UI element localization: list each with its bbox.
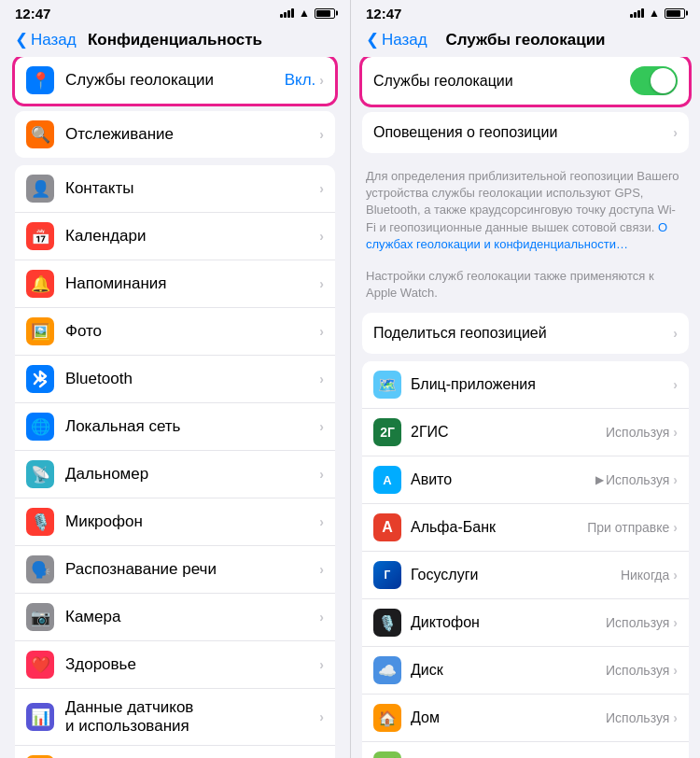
disk-icon: ☁️ bbox=[373, 656, 401, 684]
disk-item[interactable]: ☁️ Диск Используя › bbox=[362, 647, 689, 695]
home-item[interactable]: 🏠 Дом Используя › bbox=[362, 695, 689, 742]
chevron-icon: › bbox=[673, 326, 678, 341]
health-item[interactable]: ❤️ Здоровье › bbox=[15, 641, 335, 689]
signal-icon bbox=[630, 8, 644, 18]
calendars-item[interactable]: 📅 Календари › bbox=[15, 213, 335, 260]
share-location-item[interactable]: Поделиться геопозицией › bbox=[362, 313, 689, 354]
blic-app-item[interactable]: 🗺️ Блиц-приложения › bbox=[362, 361, 689, 409]
chevron-icon: › bbox=[319, 372, 324, 386]
camera-icon: 📷 bbox=[26, 603, 54, 631]
avito-value: Используя bbox=[606, 472, 669, 487]
sensors-label-wrap: Данные датчиков и использования bbox=[65, 698, 319, 736]
dictophone-label: Диктофон bbox=[411, 614, 606, 631]
reminders-item[interactable]: 🔔 Напоминания › bbox=[15, 260, 335, 308]
local-network-label: Локальная сеть bbox=[65, 417, 319, 436]
dictophone-icon: 🎙️ bbox=[373, 609, 401, 637]
homekit-item[interactable]: 🏠 HomeKit › bbox=[15, 746, 335, 758]
photos-item[interactable]: 🖼️ Фото › bbox=[15, 308, 335, 356]
right-status-bar: 12:47 ▲ bbox=[351, 0, 700, 26]
right-back-label: Назад bbox=[382, 31, 427, 49]
left-status-bar: 12:47 ▲ bbox=[0, 0, 350, 26]
left-back-button[interactable]: ❮ Назад bbox=[15, 30, 77, 49]
sensors-label-line1: Данные датчиков bbox=[65, 698, 319, 717]
chevron-left-icon: ❮ bbox=[15, 30, 28, 49]
chevron-icon: › bbox=[673, 615, 678, 630]
right-nav-title: Службы геолокации bbox=[445, 31, 605, 49]
avito-item[interactable]: А Авито ▶ Используя › bbox=[362, 456, 689, 504]
chevron-left-icon: ❮ bbox=[366, 30, 379, 49]
right-location-highlighted: Службы геолокации bbox=[362, 57, 689, 105]
photos-label: Фото bbox=[65, 322, 319, 341]
speech-recognition-label: Распознавание речи bbox=[65, 560, 319, 579]
calendars-label: Календари bbox=[65, 227, 319, 246]
app-list-group: 🗺️ Блиц-приложения › 2Г 2ГИС Используя ›… bbox=[362, 361, 689, 758]
wifi-icon: ▲ bbox=[299, 7, 310, 20]
camera-item[interactable]: 📷 Камера › bbox=[15, 594, 335, 641]
wifi-icon: ▲ bbox=[649, 7, 660, 20]
alfabank-label: Альфа-Банк bbox=[411, 519, 587, 536]
left-nav-title: Конфиденциальность bbox=[88, 31, 262, 49]
chevron-icon: › bbox=[319, 562, 324, 577]
alfabank-icon: А bbox=[373, 513, 401, 541]
edadil-icon: 🌿 bbox=[373, 751, 401, 758]
main-group: 👤 Контакты › 📅 Календари › 🔔 Напоминания… bbox=[15, 165, 335, 758]
location-value: Вкл. bbox=[285, 71, 316, 90]
gosuslugi-label: Госуслуги bbox=[411, 567, 621, 583]
gosuslugi-item[interactable]: Г Госуслуги Никогда › bbox=[362, 552, 689, 599]
photos-icon: 🖼️ bbox=[26, 317, 54, 345]
main-section: 👤 Контакты › 📅 Календари › 🔔 Напоминания… bbox=[0, 165, 350, 758]
local-network-item[interactable]: 🌐 Локальная сеть › bbox=[15, 403, 335, 451]
health-label: Здоровье bbox=[65, 655, 319, 674]
gosuslugi-value: Никогда bbox=[621, 568, 669, 583]
geofence-item[interactable]: Оповещения о геопозиции › bbox=[362, 112, 689, 153]
blic-label: Блиц-приложения bbox=[411, 376, 673, 393]
chevron-icon: › bbox=[319, 610, 324, 625]
bluetooth-label: Bluetooth bbox=[65, 370, 319, 388]
home-icon: 🏠 bbox=[373, 704, 401, 732]
right-status-icons: ▲ bbox=[630, 7, 685, 20]
left-time: 12:47 bbox=[15, 6, 50, 21]
speech-recognition-icon: 🗣️ bbox=[26, 555, 54, 583]
blic-icon: 🗺️ bbox=[373, 371, 401, 399]
right-location-label: Службы геолокации bbox=[373, 73, 630, 90]
2gis-label: 2ГИС bbox=[411, 424, 606, 441]
signal-icon bbox=[280, 8, 294, 18]
right-time: 12:47 bbox=[366, 6, 401, 21]
apple-watch-text: Настройки служб геолокации также применя… bbox=[351, 264, 700, 313]
info-text-block: Для определения приблизительной геопозиц… bbox=[351, 161, 700, 264]
reminders-icon: 🔔 bbox=[26, 270, 54, 298]
sensors-icon: 📊 bbox=[26, 703, 54, 731]
rangefinder-item[interactable]: 📡 Дальномер › bbox=[15, 451, 335, 498]
alfabank-value: При отправке bbox=[587, 520, 669, 535]
tracking-section: 🔍 Отслеживание › bbox=[0, 111, 350, 158]
right-back-button[interactable]: ❮ Назад bbox=[366, 30, 427, 49]
contacts-label: Контакты bbox=[65, 179, 319, 198]
alfabank-item[interactable]: А Альфа-Банк При отправке › bbox=[362, 504, 689, 552]
2gis-item[interactable]: 2Г 2ГИС Используя › bbox=[362, 409, 689, 456]
tracking-item[interactable]: 🔍 Отслеживание › bbox=[15, 111, 335, 158]
contacts-item[interactable]: 👤 Контакты › bbox=[15, 165, 335, 213]
avito-location-icon: ▶ bbox=[595, 473, 604, 486]
rangefinder-label: Дальномер bbox=[65, 465, 319, 484]
dictophone-value: Используя bbox=[606, 615, 669, 630]
chevron-icon: › bbox=[673, 125, 678, 140]
edadil-item[interactable]: 🌿 Едадил Используя › bbox=[362, 742, 689, 758]
speech-recognition-item[interactable]: 🗣️ Распознавание речи › bbox=[15, 546, 335, 594]
chevron-icon: › bbox=[673, 377, 678, 392]
bluetooth-icon bbox=[26, 365, 54, 393]
dictophone-item[interactable]: 🎙️ Диктофон Используя › bbox=[362, 599, 689, 647]
microphone-item[interactable]: 🎙️ Микрофон › bbox=[15, 498, 335, 546]
gosuslugi-icon: Г bbox=[373, 561, 401, 589]
chevron-icon: › bbox=[673, 520, 678, 535]
health-icon: ❤️ bbox=[26, 651, 54, 679]
2gis-icon: 2Г bbox=[373, 418, 401, 446]
sensors-item[interactable]: 📊 Данные датчиков и использования › bbox=[15, 689, 335, 746]
avito-label: Авито bbox=[411, 471, 595, 488]
bluetooth-item[interactable]: Bluetooth › bbox=[15, 356, 335, 403]
location-services-highlighted[interactable]: 📍 Службы геолокации Вкл. › bbox=[15, 57, 335, 104]
toggle-knob bbox=[651, 68, 676, 93]
microphone-icon: 🎙️ bbox=[26, 508, 54, 536]
local-network-icon: 🌐 bbox=[26, 413, 54, 441]
rangefinder-icon: 📡 bbox=[26, 460, 54, 488]
location-toggle[interactable] bbox=[630, 66, 678, 95]
